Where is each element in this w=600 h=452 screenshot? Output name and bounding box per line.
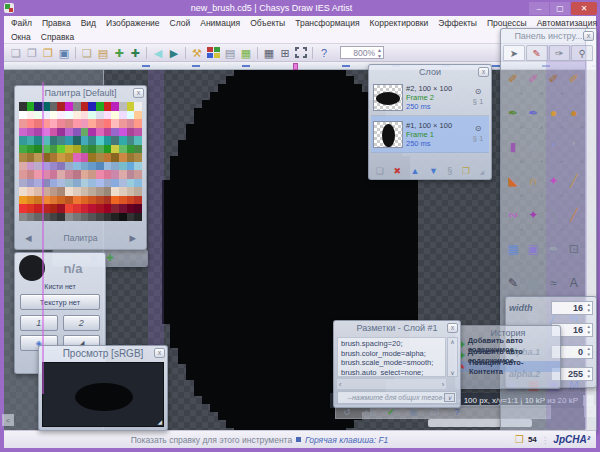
setting-value-input[interactable]: 16▲▼ bbox=[551, 301, 593, 315]
crop-tool[interactable]: ▣ bbox=[523, 232, 543, 266]
palette-icon[interactable] bbox=[207, 47, 220, 58]
dropdown-arrow-icon[interactable]: ∨ bbox=[444, 393, 455, 402]
color-swatch[interactable] bbox=[111, 136, 119, 145]
color-swatch[interactable] bbox=[65, 145, 73, 154]
plus-one-icon[interactable]: +1 bbox=[358, 407, 380, 417]
link-clip-icon[interactable]: § 1 bbox=[469, 97, 487, 107]
add-page-icon[interactable]: ✚ bbox=[111, 46, 127, 60]
color-swatch[interactable] bbox=[134, 145, 142, 154]
menu-Слой[interactable]: Слой bbox=[165, 17, 196, 29]
scroll-down-icon[interactable]: ∨ bbox=[450, 369, 454, 376]
color-swatch[interactable] bbox=[50, 196, 58, 205]
link-layer-icon[interactable]: § bbox=[447, 166, 452, 176]
panel-tool[interactable]: ▦ bbox=[503, 232, 523, 266]
color-swatch[interactable] bbox=[27, 136, 35, 145]
brush2-tool[interactable]: ✐ bbox=[544, 62, 564, 96]
color-swatch[interactable] bbox=[96, 119, 104, 128]
color-swatch[interactable] bbox=[50, 111, 58, 120]
color-swatch[interactable] bbox=[65, 136, 73, 145]
color-swatch[interactable] bbox=[88, 153, 96, 162]
color-swatch[interactable] bbox=[81, 102, 89, 111]
apply-icon[interactable]: ✔ bbox=[380, 407, 402, 417]
scroll-up-icon[interactable]: ∧ bbox=[450, 338, 454, 345]
color-swatch[interactable] bbox=[27, 187, 35, 196]
layers-icon[interactable]: ▤ bbox=[222, 46, 238, 60]
color-swatch[interactable] bbox=[57, 145, 65, 154]
color-swatch[interactable] bbox=[111, 145, 119, 154]
color-swatch[interactable] bbox=[111, 196, 119, 205]
color-swatch[interactable] bbox=[50, 213, 58, 222]
common-tags-dropdown[interactable]: --нажмите для общих тегов-- ∨ bbox=[337, 391, 457, 404]
color-swatch[interactable] bbox=[88, 162, 96, 171]
color-swatch[interactable] bbox=[57, 204, 65, 213]
color-swatch[interactable] bbox=[57, 213, 65, 222]
color-swatch[interactable] bbox=[81, 170, 89, 179]
color-swatch[interactable] bbox=[73, 170, 81, 179]
pointer-tool-icon[interactable]: ➤ bbox=[503, 45, 525, 61]
color-swatch[interactable] bbox=[104, 119, 112, 128]
menu-Справка[interactable]: Справка bbox=[36, 31, 79, 43]
zoom-level-input[interactable]: 800%▲▼ bbox=[340, 46, 384, 59]
brush-mode-2-button[interactable]: 2 bbox=[63, 315, 101, 331]
color-swatch[interactable] bbox=[57, 170, 65, 179]
color-swatch[interactable] bbox=[96, 102, 104, 111]
layers-resize-grip[interactable]: ◢ bbox=[480, 168, 485, 175]
import-icon[interactable]: ❐ bbox=[40, 46, 56, 60]
color-swatch[interactable] bbox=[127, 162, 135, 171]
color-swatch[interactable] bbox=[111, 119, 119, 128]
color-swatch[interactable] bbox=[134, 196, 142, 205]
color-swatch[interactable] bbox=[81, 162, 89, 171]
visibility-eye-icon[interactable]: ⊙ bbox=[469, 124, 487, 134]
color-swatch[interactable] bbox=[50, 128, 58, 137]
color-swatch[interactable] bbox=[88, 204, 96, 213]
color-swatch[interactable] bbox=[104, 111, 112, 120]
color-swatch[interactable] bbox=[104, 153, 112, 162]
redo-icon[interactable]: ▶ bbox=[166, 46, 182, 60]
maximize-button[interactable]: ▢ bbox=[550, 2, 570, 15]
color-swatch[interactable] bbox=[119, 111, 127, 120]
color-swatch[interactable] bbox=[57, 111, 65, 120]
color-swatch[interactable] bbox=[134, 119, 142, 128]
menu-Правка[interactable]: Правка bbox=[37, 17, 76, 29]
color-swatch[interactable] bbox=[119, 170, 127, 179]
add-page-special-icon[interactable]: ✚ bbox=[127, 46, 143, 60]
color-swatch[interactable] bbox=[96, 187, 104, 196]
color-swatch[interactable] bbox=[96, 128, 104, 137]
color-swatch[interactable] bbox=[111, 170, 119, 179]
color-swatch[interactable] bbox=[119, 128, 127, 137]
visibility-eye-icon[interactable]: ⊙ bbox=[469, 87, 487, 97]
color-swatch[interactable] bbox=[27, 119, 35, 128]
color-swatch[interactable] bbox=[65, 179, 73, 188]
color-swatch[interactable] bbox=[96, 153, 104, 162]
preview-close-icon[interactable]: x bbox=[154, 348, 165, 358]
color-swatch[interactable] bbox=[65, 128, 73, 137]
script-tool[interactable]: ≈ bbox=[544, 266, 564, 300]
color-swatch[interactable] bbox=[104, 170, 112, 179]
text-tool[interactable]: A bbox=[564, 266, 584, 300]
color-swatch[interactable] bbox=[127, 119, 135, 128]
color-swatch[interactable] bbox=[81, 136, 89, 145]
color-swatch[interactable] bbox=[119, 145, 127, 154]
color-swatch[interactable] bbox=[73, 111, 81, 120]
color-swatch[interactable] bbox=[50, 170, 58, 179]
color-swatch[interactable] bbox=[65, 102, 73, 111]
markup-text-area[interactable]: brush.spacing=20;brush.color_mode=alpha;… bbox=[337, 337, 446, 377]
setting-spinner[interactable]: ▲▼ bbox=[587, 368, 591, 380]
color-swatch[interactable] bbox=[50, 187, 58, 196]
history-item[interactable]: ✎Позиция Авто-Контента bbox=[456, 361, 560, 372]
tools-close-icon[interactable]: x bbox=[583, 31, 594, 41]
color-swatch[interactable] bbox=[65, 204, 73, 213]
refresh-icon[interactable]: ↺ bbox=[336, 407, 358, 417]
magic-wand-tool[interactable]: ✦ bbox=[544, 164, 564, 198]
duplicate-layer-icon[interactable]: ❏ bbox=[376, 166, 384, 176]
color-swatch[interactable] bbox=[34, 204, 42, 213]
color-swatch[interactable] bbox=[127, 213, 135, 222]
color-swatch[interactable] bbox=[88, 145, 96, 154]
add-color-icon[interactable]: ✚ bbox=[106, 253, 114, 263]
color-swatch[interactable] bbox=[134, 179, 142, 188]
wave-tool[interactable]: ∿ bbox=[523, 130, 543, 164]
color-swatch[interactable] bbox=[34, 213, 42, 222]
layer-row[interactable]: #1, 100 × 100Frame 1250 ms⊙§ 1 bbox=[371, 116, 489, 153]
color-swatch[interactable] bbox=[19, 136, 27, 145]
color-swatch[interactable] bbox=[65, 153, 73, 162]
